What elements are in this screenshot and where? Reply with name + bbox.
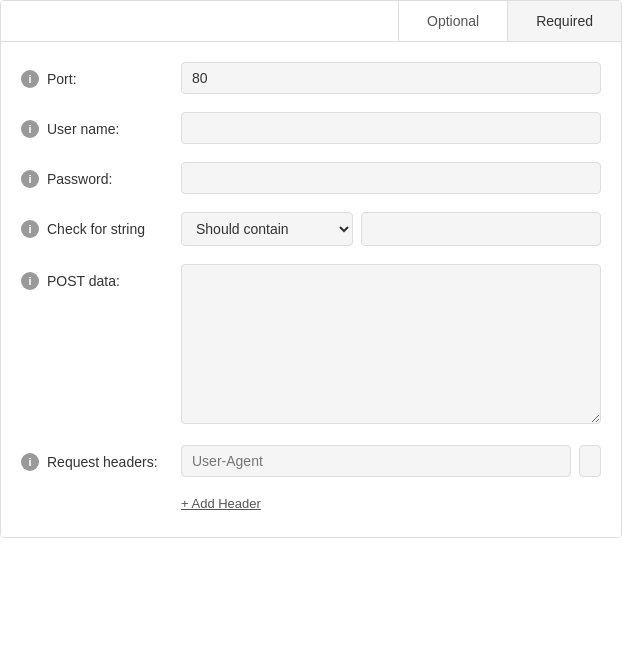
- password-label: Password:: [47, 171, 112, 187]
- header-name-input[interactable]: [181, 445, 571, 477]
- check-string-row: i Check for string Should contain Should…: [21, 212, 601, 246]
- check-string-dropdown[interactable]: Should contain Should not contain: [181, 212, 353, 246]
- port-info-icon[interactable]: i: [21, 70, 39, 88]
- username-label-col: i User name:: [21, 112, 181, 138]
- add-header-button[interactable]: + Add Header: [181, 496, 261, 511]
- password-input-col: [181, 162, 601, 194]
- password-input[interactable]: [181, 162, 601, 194]
- post-data-row: i POST data:: [21, 264, 601, 427]
- username-row: i User name:: [21, 112, 601, 144]
- form-body: i Port: i User name: i Password:: [1, 42, 621, 537]
- port-row: i Port:: [21, 62, 601, 94]
- post-data-info-icon[interactable]: i: [21, 272, 39, 290]
- tab-optional[interactable]: Optional: [398, 1, 507, 41]
- port-input[interactable]: [181, 62, 601, 94]
- request-headers-input-col: [181, 445, 601, 477]
- port-label-col: i Port:: [21, 62, 181, 88]
- username-input[interactable]: [181, 112, 601, 144]
- port-input-col: [181, 62, 601, 94]
- tab-bar: Optional Required: [1, 1, 621, 42]
- main-container: Optional Required i Port: i User name:: [0, 0, 622, 538]
- request-headers-row: i Request headers:: [21, 445, 601, 477]
- request-headers-info-icon[interactable]: i: [21, 453, 39, 471]
- username-input-col: [181, 112, 601, 144]
- password-row: i Password:: [21, 162, 601, 194]
- post-data-label: POST data:: [47, 273, 120, 289]
- check-string-info-icon[interactable]: i: [21, 220, 39, 238]
- username-label: User name:: [47, 121, 119, 137]
- post-data-input-col: [181, 264, 601, 427]
- check-string-text-input[interactable]: [361, 212, 601, 246]
- check-string-label-col: i Check for string: [21, 212, 181, 238]
- post-data-label-col: i POST data:: [21, 264, 181, 290]
- header-value-input[interactable]: [579, 445, 601, 477]
- password-label-col: i Password:: [21, 162, 181, 188]
- post-data-textarea[interactable]: [181, 264, 601, 424]
- add-header-row: + Add Header: [21, 495, 601, 511]
- check-string-label: Check for string: [47, 221, 145, 237]
- tab-required[interactable]: Required: [507, 1, 621, 41]
- port-label: Port:: [47, 71, 77, 87]
- check-string-input-col: Should contain Should not contain: [181, 212, 601, 246]
- username-info-icon[interactable]: i: [21, 120, 39, 138]
- request-headers-label: Request headers:: [47, 454, 158, 470]
- password-info-icon[interactable]: i: [21, 170, 39, 188]
- request-headers-label-col: i Request headers:: [21, 445, 181, 471]
